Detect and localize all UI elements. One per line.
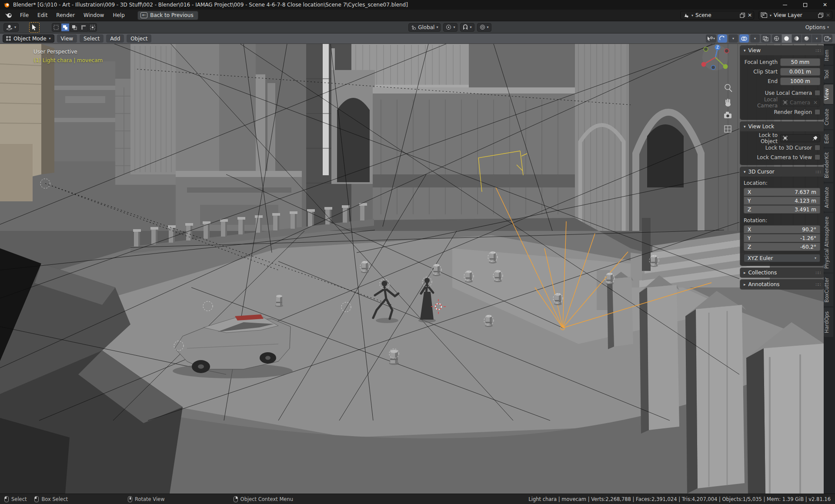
drag-grip-icon[interactable]: ∷∷ (815, 170, 820, 174)
shading-rendered-button[interactable] (802, 34, 812, 43)
select-mode-extend[interactable] (70, 23, 79, 32)
chevron-down-icon: ▾ (816, 37, 818, 40)
new-view-layer-icon[interactable] (818, 13, 824, 18)
cursor-location-x[interactable]: X7.637 m (744, 188, 820, 196)
drag-grip-icon[interactable]: ∷∷ (815, 48, 820, 53)
cursor-rotation-y[interactable]: Y-1.26° (744, 234, 820, 242)
panel-annotations-header[interactable]: ▸ Annotations ∷∷ (740, 280, 824, 289)
chevron-down-icon: ▾ (453, 25, 455, 29)
shading-solid-button[interactable] (782, 34, 792, 43)
pan-hand-icon[interactable] (725, 99, 731, 107)
object-mode-icon (6, 36, 11, 41)
menu-help[interactable]: Help (109, 11, 128, 20)
tab-view[interactable]: View (824, 84, 833, 104)
cursor-rotation-label: Rotation: (744, 217, 820, 224)
back-to-previous-button[interactable]: ← Back to Previous (137, 11, 198, 20)
panel-view-lock-header[interactable]: ▾ View Lock (740, 122, 824, 131)
menu-view[interactable]: View (57, 34, 77, 43)
tab-item[interactable]: Item (824, 46, 833, 65)
scene-selector[interactable]: ▾ Scene ✕ (680, 11, 754, 20)
proportional-editing-dropdown[interactable]: ▾ (477, 23, 491, 32)
tab-hardops[interactable]: HardOps (824, 307, 833, 337)
transform-orientation-dropdown[interactable]: Global ▾ (408, 23, 441, 32)
maximize-button[interactable] (795, 0, 815, 10)
menu-file[interactable]: File (16, 11, 33, 20)
editor-type-selector[interactable]: ▾ (3, 23, 19, 32)
pivot-point-dropdown[interactable]: ▾ (443, 23, 458, 32)
object-visibility-dropdown[interactable]: ▾ (706, 34, 716, 43)
lock-camera-checkbox[interactable] (815, 154, 820, 160)
eyedropper-icon[interactable] (812, 136, 818, 141)
clip-end-field[interactable]: 1000 m (780, 77, 820, 85)
active-tool-select-box[interactable] (29, 22, 40, 33)
tab-physical-atmosphere[interactable]: Physical Atmosphere (824, 213, 833, 273)
cursor-loc-x-value: 7.637 m (795, 189, 816, 195)
view-layer-selector[interactable]: ▾ View Layer ✕ (758, 11, 832, 20)
unlink-scene-icon[interactable]: ✕ (748, 12, 752, 18)
overlays-dropdown[interactable]: ▾ (750, 34, 760, 43)
menu-select[interactable]: Select (80, 34, 104, 43)
cursor-rotation-z[interactable]: Z-60.2° (744, 243, 820, 251)
minimize-button[interactable] (775, 0, 795, 10)
drag-grip-icon[interactable]: ∷∷ (815, 282, 820, 287)
tab-blenderkit[interactable]: BlenderKit (824, 148, 833, 182)
focal-length-field[interactable]: 50 mm (780, 58, 820, 66)
panel-view-header[interactable]: ▾ View ∷∷ (740, 46, 824, 55)
new-scene-icon[interactable] (740, 13, 745, 18)
menu-edit[interactable]: Edit (33, 11, 51, 20)
gizmo-dropdown[interactable]: ▾ (728, 34, 738, 43)
tab-create[interactable]: Create (824, 105, 833, 129)
3d-viewport[interactable]: Object Mode ▾ View Select Add Object ▾ ▾ (0, 33, 835, 494)
cursor-rotation-x[interactable]: X90.2° (744, 225, 820, 234)
scene-name[interactable]: Scene (695, 12, 738, 18)
drag-grip-icon[interactable]: ∷∷ (815, 270, 820, 275)
remove-view-layer-icon[interactable]: ✕ (826, 12, 830, 18)
tab-animate[interactable]: Animate (824, 183, 833, 212)
gizmo-x-neg[interactable] (725, 49, 729, 53)
lock-to-object-field[interactable] (780, 134, 820, 142)
gizmo-z-neg[interactable] (711, 65, 715, 70)
menu-add[interactable]: Add (106, 34, 124, 43)
gizmo-y-neg[interactable] (704, 47, 708, 51)
menu-object[interactable]: Object (127, 34, 151, 43)
select-mode-subtract[interactable] (79, 23, 88, 32)
tab-tool[interactable]: Tool (824, 66, 833, 83)
tab-edit[interactable]: Edit (824, 130, 833, 147)
clear-camera-icon[interactable]: ✕ (813, 100, 818, 106)
select-mode-intersect[interactable] (88, 23, 97, 32)
rotation-mode-dropdown[interactable]: XYZ Euler ▾ (744, 254, 820, 262)
close-button[interactable]: ✕ (815, 0, 835, 10)
panel-3d-cursor-header[interactable]: ▾ 3D Cursor ∷∷ (740, 167, 824, 177)
cursor-loc-z-value: 3.491 m (795, 207, 816, 213)
viewport-canvas[interactable]: Z User Perspective (1) Lig (0, 44, 835, 494)
select-mode-tweak[interactable] (52, 23, 60, 32)
shading-dropdown[interactable]: ▾ (812, 34, 822, 43)
render-region-checkbox[interactable] (815, 109, 820, 115)
shading-material-button[interactable] (792, 34, 802, 43)
snap-toggle[interactable]: ▾ (460, 23, 474, 32)
cursor-location-y[interactable]: Y4.123 m (744, 197, 820, 205)
gizmo-x-axis[interactable] (701, 62, 706, 67)
panel-collections-header[interactable]: ▸ Collections ∷∷ (740, 268, 824, 277)
tab-boxcutter[interactable]: BoxCutter (824, 274, 833, 307)
cursor-rot-z-value: -60.2° (800, 244, 816, 250)
gizmo-y-axis[interactable] (723, 64, 728, 69)
view-object-types-dropdown[interactable]: ▾ (823, 34, 832, 43)
lock-3d-cursor-checkbox[interactable] (815, 145, 820, 150)
mode-dropdown[interactable]: Object Mode ▾ (3, 34, 54, 43)
view-layer-name[interactable]: View Layer (774, 12, 816, 18)
cursor-location-z[interactable]: Z3.491 m (744, 205, 820, 214)
options-dropdown[interactable]: Options ▾ (803, 23, 832, 32)
blender-logo-icon[interactable] (5, 12, 13, 19)
select-mode-set[interactable] (61, 23, 70, 32)
show-gizmo-toggle[interactable] (718, 34, 727, 43)
menu-window[interactable]: Window (80, 11, 108, 20)
xray-toggle[interactable] (761, 34, 771, 43)
shading-wireframe-button[interactable] (772, 34, 782, 43)
menu-render[interactable]: Render (52, 11, 79, 20)
local-camera-field[interactable]: Camera ✕ (780, 99, 820, 107)
use-local-camera-checkbox[interactable] (815, 90, 820, 96)
show-overlays-toggle[interactable] (739, 34, 749, 43)
chevron-down-icon: ▾ (49, 37, 51, 40)
clip-start-field[interactable]: 0.001 m (780, 68, 820, 76)
